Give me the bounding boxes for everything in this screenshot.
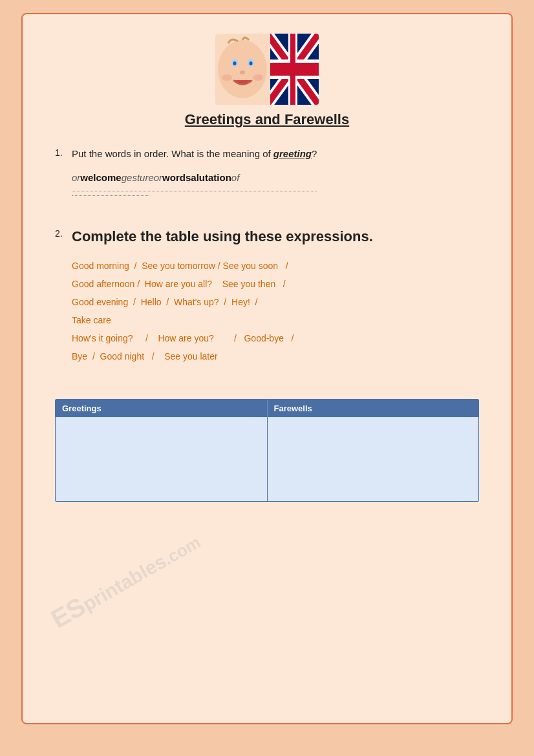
question1-container: 1. Put the words in order. What is the m… <box>55 146 479 214</box>
answer-line-2 <box>72 195 149 196</box>
expression-line-6: Bye / Good night / See you later <box>72 347 373 365</box>
word-gesture: gesture <box>122 172 154 183</box>
question1-text: Put the words in order. What is the mean… <box>72 146 317 162</box>
farewells-column-body <box>268 417 479 501</box>
svg-point-17 <box>253 74 263 81</box>
question2-text: Complete the table using these expressio… <box>72 227 373 247</box>
greetings-farewells-table: Greetings Farewells <box>55 399 479 502</box>
expression-line-3: Good evening / Hello / What's up? / Hey!… <box>72 293 373 311</box>
question2-body: Complete the table using these expressio… <box>72 227 373 379</box>
svg-point-15 <box>240 70 245 74</box>
watermark: ESprintables.com <box>41 544 209 614</box>
expressions-list: Good morning / See you tomorrow / See yo… <box>72 257 373 365</box>
svg-point-16 <box>222 74 232 81</box>
q1-text-after: ? <box>312 148 317 159</box>
expression-line-1: Good morning / See you tomorrow / See yo… <box>72 257 373 275</box>
question1-body: Put the words in order. What is the mean… <box>72 146 317 200</box>
table-header-greetings: Greetings <box>56 400 268 417</box>
svg-point-14 <box>250 61 253 65</box>
expression-line-5: How's it going? / How are you? / Good-by… <box>72 329 373 347</box>
word-welcome: welcome <box>80 172 121 183</box>
answer-line-1 <box>72 191 317 191</box>
question1-number: 1. <box>55 146 68 158</box>
svg-point-10 <box>218 40 267 98</box>
page-title: Greetings and Farewells <box>55 111 479 128</box>
worksheet-page: Greetings and Farewells 1. Put the words… <box>21 13 513 724</box>
expression-line-4: Take care <box>72 311 373 329</box>
q1-text-before: Put the words in order. What is the mean… <box>72 148 273 159</box>
baby-flag-image <box>215 34 319 105</box>
header-image-area <box>55 34 479 105</box>
word-or2: or <box>154 172 162 183</box>
word-word: word <box>162 172 186 183</box>
table-body <box>56 417 478 501</box>
q1-italic-word: greeting <box>273 148 312 159</box>
word-of: of <box>231 172 240 183</box>
svg-point-13 <box>233 61 237 65</box>
word-salutation: salutation <box>186 172 231 183</box>
word-or1: or <box>72 172 80 183</box>
scrambled-words-line: orwelcomegestureorwordsalutationof <box>72 171 317 186</box>
greetings-column-body <box>56 417 268 501</box>
expression-line-2: Good afternoon / How are you all? See yo… <box>72 275 373 293</box>
question2-container: 2. Complete the table using these expres… <box>55 227 479 393</box>
question2-number: 2. <box>55 227 68 239</box>
svg-rect-8 <box>290 34 295 105</box>
table-header-farewells: Farewells <box>268 400 479 417</box>
table-header-row: Greetings Farewells <box>56 400 478 417</box>
